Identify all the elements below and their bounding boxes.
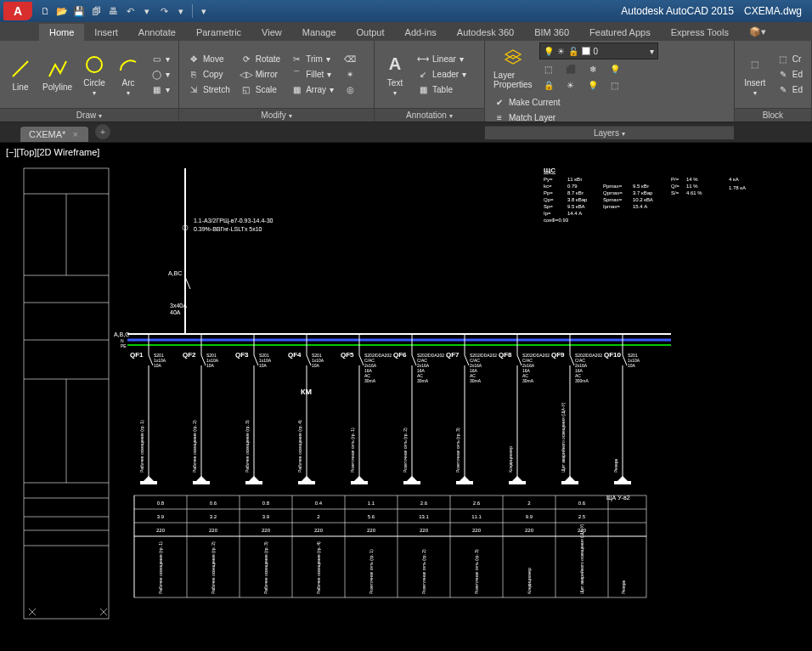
svg-rect-28 [140, 481, 157, 484]
tab-overflow[interactable]: 📦▾ [739, 23, 776, 41]
layer-properties-button[interactable]: Layer Properties [490, 43, 536, 91]
copy-button[interactable]: ⎘Copy [184, 68, 234, 82]
new-icon[interactable]: 🗋 [37, 3, 53, 19]
svg-text:220: 220 [156, 528, 166, 533]
linear-dim-button[interactable]: ⟷Linear ▾ [414, 53, 470, 66]
tab-bim360[interactable]: BIM 360 [524, 24, 579, 41]
sun-icon: ☀ [557, 47, 565, 56]
autocad-logo-icon[interactable]: A [3, 2, 32, 20]
layer-on-button[interactable]: 💡 [584, 78, 602, 92]
leader-button[interactable]: ↙Leader ▾ [414, 68, 470, 82]
panel-modify-title[interactable]: Modify▾ [179, 108, 374, 122]
text-button[interactable]: A Text▾ [380, 51, 410, 99]
undo-drop-icon[interactable]: ▾ [139, 3, 155, 19]
tab-home[interactable]: Home [39, 24, 84, 41]
svg-marker-67 [354, 476, 364, 481]
tab-annotate[interactable]: Annotate [128, 24, 186, 41]
lock-open-icon: 🔓 [568, 47, 578, 56]
erase-button[interactable]: ⌫ [341, 53, 359, 66]
polyline-button[interactable]: Polyline [39, 55, 76, 93]
svg-text:kc=: kc= [544, 184, 552, 189]
move-button[interactable]: ✥Move [184, 53, 234, 66]
save-icon[interactable]: 💾 [71, 3, 87, 19]
mirror-button[interactable]: ◁▷Mirror [237, 68, 284, 82]
svg-rect-120 [561, 481, 578, 484]
tab-featured[interactable]: Featured Apps [579, 24, 661, 41]
panel-draw-title[interactable]: Draw▾ [0, 108, 178, 122]
tab-a360[interactable]: Autodesk 360 [447, 24, 524, 41]
drawing-canvas[interactable]: [−][Top][2D Wireframe] 1.1-А3/2ГРЩ-в7-0.… [0, 143, 812, 651]
svg-marker-57 [302, 476, 312, 481]
arc-button[interactable]: Arc▾ [113, 51, 144, 99]
copy-icon: ⎘ [188, 69, 200, 81]
svg-text:3.9: 3.9 [157, 514, 165, 519]
rotate-button[interactable]: ⟳Rotate [237, 53, 284, 66]
saveas-icon[interactable]: 🗐 [88, 3, 104, 19]
array-button[interactable]: ▦Array ▾ [287, 83, 337, 97]
add-tab-button[interactable]: + [95, 124, 110, 139]
create-block-icon: ⬚ [777, 54, 789, 65]
panel-block-title[interactable]: Block [735, 108, 811, 122]
svg-text:14 %: 14 % [686, 177, 698, 182]
svg-rect-38 [193, 481, 210, 484]
rect-button[interactable]: ▭▾ [147, 53, 173, 66]
circle-button[interactable]: Circle▾ [79, 51, 110, 99]
panel-layers-title[interactable]: Layers▾ [485, 126, 734, 139]
make-current-icon: ✔ [493, 96, 505, 108]
trim-button[interactable]: ✂Trim ▾ [287, 53, 337, 66]
tab-parametric[interactable]: Parametric [186, 24, 251, 41]
doc-tab[interactable]: CXEMA* × [20, 127, 88, 142]
redo-drop-icon[interactable]: ▾ [173, 3, 189, 19]
fillet-button[interactable]: ⌒Fillet ▾ [287, 68, 337, 82]
table-icon: ▦ [417, 84, 429, 96]
insert-block-button[interactable]: ⬚ Insert▾ [740, 51, 770, 99]
svg-line-130 [623, 355, 627, 365]
ellipse-button[interactable]: ◯▾ [147, 68, 173, 82]
layer-freeze-button[interactable]: ❄ [584, 62, 602, 76]
undo-icon[interactable]: ↶ [122, 3, 138, 19]
tab-view[interactable]: View [251, 24, 292, 41]
layer-combo[interactable]: 💡 ☀ 🔓 0 ▾ [539, 42, 658, 59]
bus-label: A,B,C [114, 331, 129, 337]
svg-text:4 кА: 4 кА [729, 177, 739, 182]
edit-attr-button[interactable]: ✎Ed [774, 83, 806, 97]
create-block-button[interactable]: ⬚Cr [774, 53, 806, 66]
tab-addins[interactable]: Add-ins [395, 24, 447, 41]
panel-annotation-title[interactable]: Annotation▾ [375, 108, 484, 122]
tab-express[interactable]: Express Tools [661, 24, 739, 41]
linear-icon: ⟷ [417, 54, 429, 65]
plot-icon[interactable]: 🖶 [105, 3, 121, 19]
tab-insert[interactable]: Insert [84, 24, 128, 41]
layer-iso-button[interactable]: ⬛ [561, 62, 580, 76]
layer-thaw-button[interactable]: ☀ [561, 78, 580, 92]
close-icon[interactable]: × [72, 129, 77, 139]
layer-states-button[interactable]: ⬚ [539, 62, 558, 76]
svg-text:220: 220 [209, 528, 218, 533]
stretch-button[interactable]: ⇲Stretch [184, 83, 234, 97]
layer-more-button[interactable]: ⬚ [606, 78, 624, 92]
layer-off-button[interactable]: 💡 [606, 62, 624, 76]
edit-block-button[interactable]: ✎Ed [774, 68, 806, 82]
qat-customize-icon[interactable]: ▾ [196, 3, 211, 19]
ribbon: Line Polyline Circle▾ Arc▾ ▭▾ ◯▾ ▦▾ Draw… [0, 41, 812, 122]
rect-icon: ▭ [150, 54, 162, 65]
match-layer-button[interactable]: ≡Match Layer [490, 110, 564, 124]
svg-text:5.6: 5.6 [368, 514, 375, 519]
line-button[interactable]: Line [5, 55, 36, 93]
table-button[interactable]: ▦Table [414, 83, 470, 97]
hatch-button[interactable]: ▦▾ [147, 83, 173, 97]
tab-manage[interactable]: Manage [292, 24, 347, 41]
tab-output[interactable]: Output [347, 24, 395, 41]
svg-text:3.9: 3.9 [262, 514, 270, 519]
redo-icon[interactable]: ↷ [156, 3, 172, 19]
svg-rect-81 [403, 481, 420, 484]
make-current-button[interactable]: ✔Make Current [490, 95, 564, 109]
svg-text:Ipmax=: Ipmax= [603, 204, 620, 209]
ribbon-tabs: Home Insert Annotate Parametric View Man… [0, 22, 812, 41]
layer-lock-button[interactable]: 🔒 [539, 78, 558, 92]
scale-button[interactable]: ◱Scale [237, 83, 284, 97]
open-icon[interactable]: 📂 [54, 3, 70, 19]
explode-button[interactable]: ✴ [341, 68, 359, 82]
offset-button[interactable]: ◎ [341, 83, 359, 97]
svg-text:QF7: QF7 [446, 351, 460, 359]
